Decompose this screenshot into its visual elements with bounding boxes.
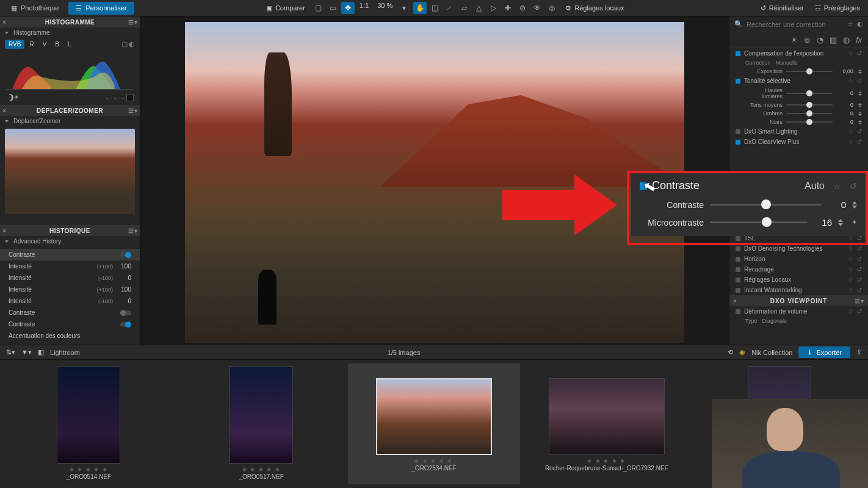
group-recadrage[interactable]: Recadrage☆↺ [729,264,868,274]
tab-photolibrary[interactable]: ▦ Photothèque [4,2,66,15]
group-volume[interactable]: Déformation de volume☆↺ [729,306,868,317]
display-icon[interactable]: ▢ [121,40,128,48]
history-item[interactable]: Intensité(+100)100 [0,284,140,295]
channel-b[interactable]: B [51,40,63,49]
group-exposure-comp[interactable]: Compensation de l'exposition☆↺ [729,48,868,59]
filter-icon[interactable]: ▼▾ [21,348,32,356]
group-r-glages-locaux[interactable]: Réglages Locaux☆↺ [729,274,868,285]
export-button[interactable]: ⤓ Exporter [798,346,850,358]
history-panel-header[interactable]: × HISTORIQUE ☰▾ [0,225,140,236]
tab-customize[interactable]: ☰ Personnaliser [68,2,134,15]
color-icon[interactable]: ⊚ [804,35,811,45]
compare-button[interactable]: ▣ Comparer [262,2,309,14]
history-item[interactable]: Contraste [0,307,140,318]
slider-exposition[interactable]: Exposition0,00 [729,67,868,76]
channel-r[interactable]: R [26,40,37,49]
perspective-icon[interactable]: ▱ [457,2,471,14]
lightroom-icon[interactable]: ◧ [38,348,44,356]
slider-highlights[interactable]: Hautes lumières0 [729,86,868,101]
filmstrip-item[interactable]: ◆ ◆ ◆ ◆ ◆Rocher-Roquebrune-Sunset-_ORO79… [520,364,693,484]
nik-label[interactable]: Nik Collection [751,349,792,356]
menu-icon[interactable]: ☰▾ [128,228,137,234]
group-instant-watermarking[interactable]: Instant Watermarking☆↺ [729,285,868,295]
close-icon[interactable]: × [2,107,6,114]
repair-icon[interactable]: ✚ [501,2,515,14]
eye-icon[interactable]: 👁 [530,2,544,14]
group-dxo-denoising-technologies[interactable]: DxO Denoising Technologies☆↺ [729,243,868,254]
presets-button[interactable]: ☷ Préréglages [811,2,864,14]
horizon-icon[interactable]: ⟋ [443,2,456,14]
geometry-icon[interactable]: ▥ [830,35,837,45]
movezoom-thumbnail[interactable] [5,129,135,214]
zoom-percent[interactable]: 30 % [374,2,396,14]
move-tool-icon[interactable]: ✥ [341,2,355,14]
histogram-sub[interactable]: Histogramme [0,27,140,38]
filmstrip-item[interactable]: ◆ ◆ ◆ ◆ ◆_ORO2534.NEF [348,364,521,484]
slider-contraste[interactable]: Contraste 0 [640,199,857,210]
slider-blacks[interactable]: Noirs0 [729,118,868,126]
movezoom-panel-header[interactable]: × DÉPLACER/ZOOMER ☰▾ [0,105,140,116]
history-item[interactable]: Accentuation des couleurs [0,330,140,342]
group-smart-lighting[interactable]: DxO Smart Lighting☆↺ [729,126,868,137]
local-icon[interactable]: ◍ [843,35,850,45]
color-sample[interactable] [126,94,134,101]
channel-rvb[interactable]: RVB [5,40,24,49]
detail-icon[interactable]: ◔ [817,35,823,45]
close-icon[interactable]: × [2,19,6,26]
favorite-icon[interactable]: ☆ [833,181,841,191]
lines2-icon[interactable]: ▷ [486,2,500,14]
zoom-ratio[interactable]: 1:1 [356,2,372,14]
menu-icon[interactable]: ☰▾ [128,19,137,26]
share-icon[interactable]: ⇪ [856,348,862,356]
shadow-clip-icon[interactable] [6,94,13,101]
reset-button[interactable]: ↺ Réinitialiser [756,2,808,14]
fit-icon[interactable]: ▭ [327,2,340,14]
close-icon[interactable]: × [2,228,6,234]
sync-icon[interactable]: ⟲ [728,348,733,356]
clip-icon[interactable]: ◐ [129,40,135,48]
channel-l[interactable]: L [64,40,75,49]
screen-icon[interactable]: ▢ [312,2,325,14]
history-item[interactable]: Intensité(-100)0 [0,295,140,307]
menu-icon[interactable]: ☰▾ [128,107,137,114]
group-selective-tone[interactable]: Tonalité sélective☆↺ [729,76,868,86]
chevron-down-icon[interactable]: ▾ [397,2,411,14]
filmstrip-item[interactable]: ◆ ◆ ◆ ◆ ◆_ORO0514.NEF [2,364,175,484]
history-item[interactable]: Intensité(-100)0 [0,272,140,284]
movezoom-sub[interactable]: Déplacer/Zoomer [0,116,140,126]
filmstrip-item[interactable]: ◆ ◆ ◆ ◆ ◆_ORO0517.NEF [175,364,348,484]
menu-icon[interactable]: ☰▾ [855,298,864,304]
search-icon[interactable]: 🔍 [734,20,743,28]
search-input[interactable] [747,21,844,28]
channel-v[interactable]: V [39,40,51,49]
toggle-icon[interactable]: ◐ [857,20,863,28]
light-icon[interactable]: ☀ [790,35,798,45]
viewpoint-header[interactable]: ×DXO VIEWPOINT☰▾ [729,295,868,306]
history-item[interactable]: Intensité(+100)100 [0,260,140,272]
lightroom-label[interactable]: Lightroom [50,349,80,356]
histogram-panel-header[interactable]: × HISTOGRAMME ☰▾ [0,16,140,27]
slider-microcontraste[interactable]: Microcontraste 16 ✶ [640,217,857,228]
slider-midtones[interactable]: Tons moyens0 [729,101,868,109]
sort-icon[interactable]: ⇅▾ [6,348,15,356]
crop-icon[interactable]: ◫ [428,2,441,14]
favorite-icon[interactable]: ☆ [847,20,853,28]
history-item[interactable]: Contraste [0,318,140,330]
highlight-clip-icon[interactable]: ☀ [13,93,20,101]
target-icon[interactable]: ◎ [545,2,559,14]
group-clearview[interactable]: DxO ClearView Plus☆↺ [729,137,868,147]
lines-icon[interactable]: △ [472,2,485,14]
hand-icon[interactable]: ✋ [413,2,427,14]
history-item[interactable]: Contraste [0,249,140,260]
local-adjustments-button[interactable]: ⚙ Réglages locaux [561,2,628,14]
group-horizon[interactable]: Horizon☆↺ [729,254,868,264]
fx-icon[interactable]: fx [856,35,862,45]
auto-button[interactable]: Auto [805,181,825,192]
wand-icon[interactable]: ✶ [852,218,857,226]
reset-icon[interactable]: ↺ [850,181,857,191]
slider-shadows[interactable]: Ombres0 [729,109,868,118]
nik-icon[interactable]: ◉ [739,348,745,356]
history-sub[interactable]: Advanced History [0,236,140,246]
close-icon[interactable]: × [733,298,737,304]
enable-checkbox[interactable] [640,182,647,190]
